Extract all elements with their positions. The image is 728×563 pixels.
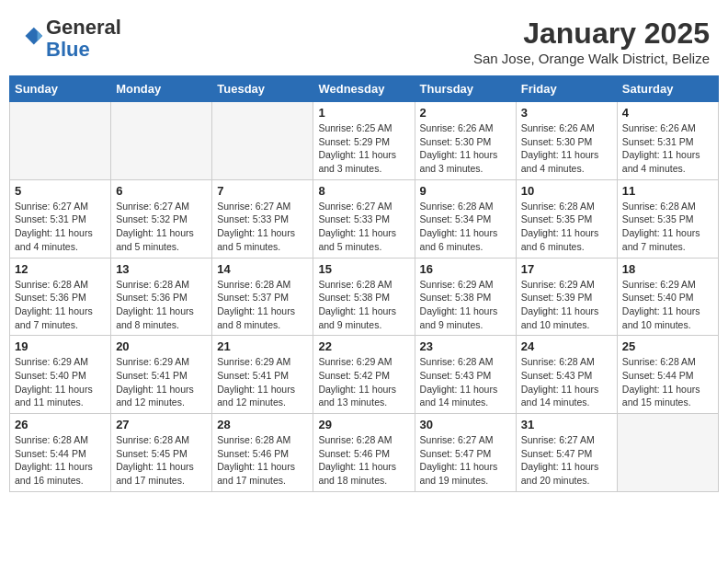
logo-general-text: General — [46, 17, 121, 39]
day-info: Sunrise: 6:25 AM Sunset: 5:29 PM Dayligh… — [318, 121, 409, 176]
day-number: 31 — [521, 418, 612, 431]
day-number: 14 — [217, 262, 308, 276]
day-info: Sunrise: 6:28 AM Sunset: 5:37 PM Dayligh… — [217, 278, 308, 332]
day-info: Sunrise: 6:28 AM Sunset: 5:46 PM Dayligh… — [318, 433, 409, 488]
calendar-cell: 4Sunrise: 6:26 AM Sunset: 5:31 PM Daylig… — [617, 102, 718, 180]
calendar-week-row: 12Sunrise: 6:28 AM Sunset: 5:36 PM Dayli… — [10, 258, 719, 336]
calendar-cell: 12Sunrise: 6:28 AM Sunset: 5:36 PM Dayli… — [10, 258, 111, 336]
calendar-subtitle: San Jose, Orange Walk District, Belize — [473, 51, 710, 66]
day-number: 5 — [15, 184, 106, 198]
day-info: Sunrise: 6:28 AM Sunset: 5:36 PM Dayligh… — [15, 278, 106, 332]
calendar-cell: 5Sunrise: 6:27 AM Sunset: 5:31 PM Daylig… — [10, 179, 111, 258]
calendar-cell: 23Sunrise: 6:28 AM Sunset: 5:43 PM Dayli… — [415, 336, 516, 414]
logo-blue-text: Blue — [46, 39, 121, 61]
calendar-table: SundayMondayTuesdayWednesdayThursdayFrid… — [9, 75, 719, 492]
day-number: 28 — [217, 418, 308, 431]
day-number: 23 — [420, 339, 511, 353]
calendar-cell: 14Sunrise: 6:28 AM Sunset: 5:37 PM Dayli… — [212, 258, 313, 336]
day-of-week-header: Monday — [111, 76, 212, 102]
logo: General Blue — [18, 17, 121, 61]
day-number: 18 — [622, 262, 713, 276]
day-info: Sunrise: 6:28 AM Sunset: 5:35 PM Dayligh… — [521, 200, 612, 254]
day-number: 2 — [420, 106, 511, 120]
day-number: 6 — [116, 184, 207, 198]
calendar-title: January 2025 — [473, 17, 710, 51]
calendar-cell: 18Sunrise: 6:29 AM Sunset: 5:40 PM Dayli… — [617, 258, 718, 336]
day-number: 12 — [15, 262, 106, 276]
day-number: 15 — [318, 262, 409, 276]
day-info: Sunrise: 6:28 AM Sunset: 5:38 PM Dayligh… — [318, 278, 409, 332]
day-info: Sunrise: 6:27 AM Sunset: 5:47 PM Dayligh… — [420, 433, 511, 488]
day-number: 19 — [15, 339, 106, 353]
day-of-week-header: Sunday — [10, 76, 111, 102]
calendar-header-row: SundayMondayTuesdayWednesdayThursdayFrid… — [10, 76, 719, 102]
calendar-cell: 24Sunrise: 6:28 AM Sunset: 5:43 PM Dayli… — [516, 336, 617, 414]
day-info: Sunrise: 6:28 AM Sunset: 5:44 PM Dayligh… — [15, 433, 106, 488]
calendar-cell — [617, 414, 718, 492]
calendar-cell: 30Sunrise: 6:27 AM Sunset: 5:47 PM Dayli… — [415, 414, 516, 492]
day-number: 26 — [15, 418, 106, 431]
calendar-week-row: 26Sunrise: 6:28 AM Sunset: 5:44 PM Dayli… — [10, 414, 719, 492]
day-number: 7 — [217, 184, 308, 198]
day-info: Sunrise: 6:27 AM Sunset: 5:32 PM Dayligh… — [116, 200, 207, 254]
calendar-cell: 16Sunrise: 6:29 AM Sunset: 5:38 PM Dayli… — [415, 258, 516, 336]
calendar-cell: 22Sunrise: 6:29 AM Sunset: 5:42 PM Dayli… — [313, 336, 415, 414]
day-number: 22 — [318, 339, 409, 353]
day-number: 30 — [420, 418, 511, 431]
day-number: 21 — [217, 339, 308, 353]
title-block: January 2025 San Jose, Orange Walk Distr… — [473, 17, 710, 66]
day-info: Sunrise: 6:28 AM Sunset: 5:43 PM Dayligh… — [420, 355, 511, 409]
day-info: Sunrise: 6:29 AM Sunset: 5:42 PM Dayligh… — [318, 355, 409, 409]
calendar-week-row: 1Sunrise: 6:25 AM Sunset: 5:29 PM Daylig… — [10, 102, 719, 180]
day-number: 8 — [318, 184, 409, 198]
calendar-week-row: 19Sunrise: 6:29 AM Sunset: 5:40 PM Dayli… — [10, 336, 719, 414]
day-number: 1 — [318, 106, 409, 120]
day-of-week-header: Friday — [516, 76, 617, 102]
calendar-cell: 6Sunrise: 6:27 AM Sunset: 5:32 PM Daylig… — [111, 179, 212, 258]
day-of-week-header: Saturday — [617, 76, 718, 102]
calendar-cell: 21Sunrise: 6:29 AM Sunset: 5:41 PM Dayli… — [212, 336, 313, 414]
day-number: 4 — [622, 106, 713, 120]
day-info: Sunrise: 6:28 AM Sunset: 5:43 PM Dayligh… — [521, 355, 612, 409]
calendar-cell: 11Sunrise: 6:28 AM Sunset: 5:35 PM Dayli… — [617, 179, 718, 258]
day-info: Sunrise: 6:28 AM Sunset: 5:36 PM Dayligh… — [116, 278, 207, 332]
calendar-cell: 17Sunrise: 6:29 AM Sunset: 5:39 PM Dayli… — [516, 258, 617, 336]
day-info: Sunrise: 6:29 AM Sunset: 5:39 PM Dayligh… — [521, 278, 612, 332]
calendar-cell: 25Sunrise: 6:28 AM Sunset: 5:44 PM Dayli… — [617, 336, 718, 414]
calendar-cell: 15Sunrise: 6:28 AM Sunset: 5:38 PM Dayli… — [313, 258, 415, 336]
day-number: 13 — [116, 262, 207, 276]
day-number: 17 — [521, 262, 612, 276]
calendar-cell: 20Sunrise: 6:29 AM Sunset: 5:41 PM Dayli… — [111, 336, 212, 414]
calendar-cell: 28Sunrise: 6:28 AM Sunset: 5:46 PM Dayli… — [212, 414, 313, 492]
day-number: 24 — [521, 339, 612, 353]
day-number: 20 — [116, 339, 207, 353]
calendar-cell: 7Sunrise: 6:27 AM Sunset: 5:33 PM Daylig… — [212, 179, 313, 258]
day-number: 9 — [420, 184, 511, 198]
logo-icon — [18, 24, 44, 50]
calendar-cell: 29Sunrise: 6:28 AM Sunset: 5:46 PM Dayli… — [313, 414, 415, 492]
day-info: Sunrise: 6:29 AM Sunset: 5:40 PM Dayligh… — [622, 278, 713, 332]
calendar-cell: 26Sunrise: 6:28 AM Sunset: 5:44 PM Dayli… — [10, 414, 111, 492]
day-info: Sunrise: 6:27 AM Sunset: 5:33 PM Dayligh… — [318, 200, 409, 254]
day-info: Sunrise: 6:28 AM Sunset: 5:35 PM Dayligh… — [622, 200, 713, 254]
day-number: 3 — [521, 106, 612, 120]
day-number: 25 — [622, 339, 713, 353]
calendar-cell: 9Sunrise: 6:28 AM Sunset: 5:34 PM Daylig… — [415, 179, 516, 258]
calendar-cell: 8Sunrise: 6:27 AM Sunset: 5:33 PM Daylig… — [313, 179, 415, 258]
day-number: 16 — [420, 262, 511, 276]
calendar-cell: 10Sunrise: 6:28 AM Sunset: 5:35 PM Dayli… — [516, 179, 617, 258]
svg-marker-1 — [38, 31, 43, 41]
calendar-cell: 2Sunrise: 6:26 AM Sunset: 5:30 PM Daylig… — [415, 102, 516, 180]
day-number: 29 — [318, 418, 409, 431]
day-info: Sunrise: 6:28 AM Sunset: 5:34 PM Dayligh… — [420, 200, 511, 254]
calendar-cell: 27Sunrise: 6:28 AM Sunset: 5:45 PM Dayli… — [111, 414, 212, 492]
day-info: Sunrise: 6:29 AM Sunset: 5:38 PM Dayligh… — [420, 278, 511, 332]
day-of-week-header: Wednesday — [313, 76, 415, 102]
day-info: Sunrise: 6:27 AM Sunset: 5:47 PM Dayligh… — [521, 433, 612, 488]
day-number: 11 — [622, 184, 713, 198]
day-info: Sunrise: 6:26 AM Sunset: 5:30 PM Dayligh… — [420, 121, 511, 176]
day-info: Sunrise: 6:28 AM Sunset: 5:46 PM Dayligh… — [217, 433, 308, 488]
day-number: 10 — [521, 184, 612, 198]
page-header: General Blue January 2025 San Jose, Oran… — [9, 9, 719, 70]
day-of-week-header: Thursday — [415, 76, 516, 102]
